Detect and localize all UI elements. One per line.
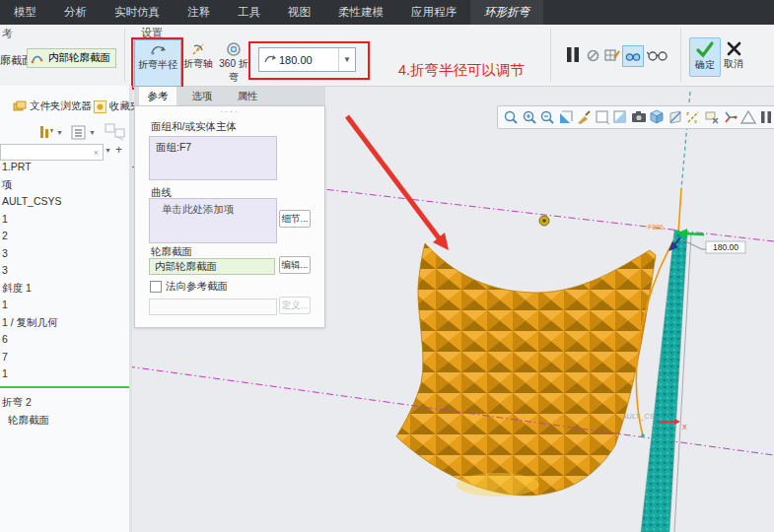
normal-section-field — [149, 299, 277, 315]
tree-item[interactable]: 1 / 复制几何 — [2, 316, 58, 330]
normal-section-label: 法向参考截面 — [166, 280, 228, 294]
tab-applications[interactable]: 应用程序 — [397, 0, 470, 25]
close-icon — [727, 39, 741, 57]
radius-value-icon — [263, 53, 276, 66]
tree-item[interactable]: 1 — [2, 213, 8, 225]
edit-button[interactable]: 编辑... — [279, 256, 311, 274]
bend-360-button[interactable]: 360 折弯 — [217, 39, 250, 85]
quilt-label: 面组和/或实体主体 — [151, 120, 237, 134]
dashboard-ribbon: 考 廓截面: 内部轮廓截面 设置 折弯半径 — [0, 25, 774, 87]
spin-center-icon[interactable] — [758, 109, 774, 125]
tree-item[interactable]: 2 — [2, 230, 8, 241]
feature-preview-icon[interactable] — [604, 47, 621, 63]
profile-section-value[interactable]: 内部轮廓截面 — [149, 258, 275, 275]
profile-section-field[interactable]: 内部轮廓截面 — [27, 48, 116, 68]
tree-search-input[interactable]: × — [0, 144, 104, 161]
zoom-out-icon[interactable] — [539, 109, 555, 125]
normal-section-checkbox[interactable] — [150, 281, 162, 293]
datum-point-display-icon[interactable] — [704, 109, 720, 125]
datum-axis-display-icon[interactable]: x z — [685, 109, 701, 125]
tree-item[interactable]: 1.PRT — [2, 161, 32, 172]
sketch-icon — [31, 52, 43, 65]
search-options-caret[interactable]: ▼ — [105, 147, 111, 154]
tab-view[interactable]: 视图 — [274, 0, 324, 25]
bend-radius-button[interactable]: 折弯半径 — [134, 39, 181, 87]
tab-annotate[interactable]: 注释 — [174, 0, 224, 25]
navigator-sidebar: 文件夹浏览器 收藏夹 ▼ ▼ × — [0, 86, 132, 532]
bend-axis-button[interactable]: 折弯轴 — [181, 39, 215, 85]
tree-item[interactable]: 1 — [2, 299, 8, 310]
section-view-icon[interactable] — [612, 109, 628, 125]
annotation-display-icon[interactable] — [740, 109, 756, 125]
tree-item[interactable]: 7 — [2, 351, 8, 363]
tree-item[interactable]: 斜度 1 — [2, 282, 32, 296]
tab-flex-modeling[interactable]: 柔性建模 — [324, 0, 397, 25]
attached-preview-button[interactable] — [622, 45, 644, 67]
cancel-button[interactable]: 取消 — [721, 37, 746, 75]
tree-settings-icon[interactable] — [71, 125, 86, 140]
tree-item-toroidal-bend[interactable]: 折弯 2 — [2, 396, 32, 410]
reference-group-label: 考 — [2, 27, 13, 41]
tree-item[interactable]: 3 — [2, 247, 8, 259]
panel-tab-properties[interactable]: 属性 — [229, 87, 266, 105]
zoom-in-icon[interactable] — [522, 109, 537, 125]
ok-button[interactable]: 确定 — [689, 37, 721, 77]
tree-item[interactable]: AULT_CSYS — [2, 195, 62, 207]
radius-dimension-label[interactable]: 180.00 — [706, 241, 745, 253]
display-style-icon[interactable] — [595, 109, 610, 125]
svg-text:z: z — [686, 110, 689, 116]
annotation-arrow — [347, 116, 449, 250]
curve-collector[interactable]: 单击此处添加项 — [149, 198, 277, 243]
tab-analysis[interactable]: 分析 — [50, 0, 101, 25]
details-button[interactable]: 细节... — [279, 210, 311, 228]
curve-end-point — [641, 433, 645, 437]
check-icon — [695, 40, 715, 58]
tree-filters-caret[interactable]: ▼ — [56, 129, 63, 136]
creo-window: DEFAULT_CS 180.00 F886 — [0, 0, 774, 532]
model-highlight — [457, 473, 539, 497]
view-cube-icon[interactable] — [649, 109, 665, 125]
tab-model[interactable]: 模型 — [0, 0, 50, 25]
bend-360-icon — [226, 41, 242, 57]
svg-text:x: x — [694, 118, 697, 124]
bend-radius-icon — [150, 42, 166, 58]
panel-tab-options[interactable]: 选项 — [183, 87, 221, 105]
panel-tab-references[interactable]: 参考 — [139, 87, 176, 105]
datum-point-marker[interactable] — [539, 216, 549, 226]
preview-glasses-icon — [624, 47, 642, 65]
svg-text:180.00: 180.00 — [713, 242, 739, 252]
panel-drag-handle[interactable]: ···· — [220, 106, 240, 116]
tree-item[interactable]: 6 — [2, 333, 8, 345]
tree-item-profile-section[interactable]: 轮廓截面 — [8, 414, 49, 428]
zoom-region-icon[interactable] — [503, 109, 519, 125]
tree-settings-caret[interactable]: ▼ — [89, 129, 96, 136]
tab-tools[interactable]: 工具 — [224, 0, 274, 25]
quilt-collector[interactable]: 面组:F7 — [149, 136, 277, 180]
pause-feature-icon[interactable] — [565, 46, 581, 63]
feature-tag: F886 — [648, 224, 664, 231]
tree-item[interactable]: 3 — [2, 264, 8, 276]
define-button: 定义... — [279, 297, 311, 314]
tree-item[interactable]: 1 — [2, 367, 8, 379]
sidebar-tab-folder-browser[interactable]: 文件夹浏览器 — [13, 100, 92, 113]
datum-plane-display-icon[interactable] — [668, 109, 683, 125]
tree-filters-icon[interactable] — [39, 125, 53, 140]
profile-section-panel-label: 轮廓截面 — [151, 245, 192, 259]
tree-columns-icon[interactable] — [105, 123, 126, 142]
tab-live-sim[interactable]: 实时仿真 — [101, 0, 174, 25]
tab-toroidal-bend[interactable]: 环形折弯 — [470, 0, 543, 25]
repaint-icon[interactable] — [576, 109, 592, 125]
image-capture-icon[interactable] — [631, 109, 647, 125]
clear-search-icon[interactable]: × — [94, 148, 99, 158]
glasses-3d-icon[interactable] — [647, 49, 668, 62]
bent-model-surface[interactable] — [396, 243, 656, 496]
references-panel: ···· 面组和/或实体主体 面组:F7 曲线 单击此处添加项 细节... 轮廓… — [134, 105, 325, 328]
add-filter-icon[interactable]: + — [115, 143, 122, 157]
csys-display-icon[interactable] — [722, 109, 738, 125]
combo-dropdown-arrow[interactable]: ▼ — [338, 48, 355, 71]
ribbon-tab-bar: 模型 分析 实时仿真 注释 工具 视图 柔性建模 应用程序 环形折弯 — [0, 0, 774, 25]
radius-value-combo[interactable]: 180.00 ▼ — [258, 47, 356, 72]
tree-item[interactable]: 项 — [2, 178, 13, 192]
refit-icon[interactable] — [558, 109, 574, 125]
no-preview-icon[interactable] — [587, 49, 599, 62]
